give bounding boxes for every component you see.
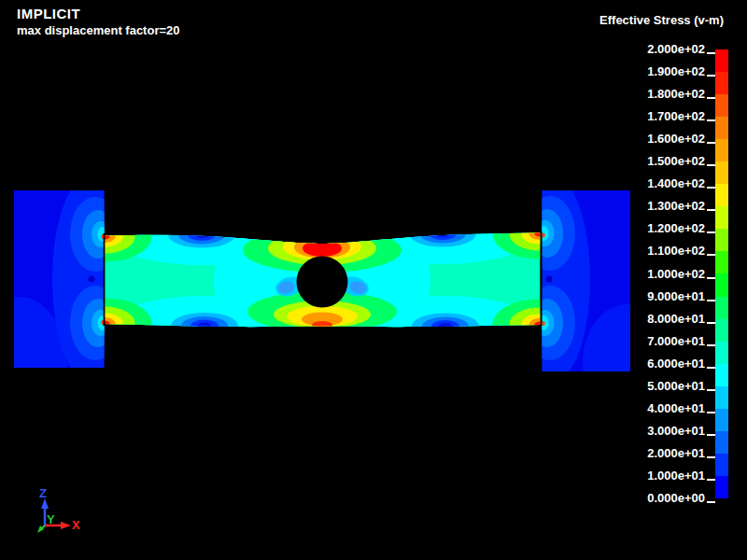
legend-value-label: 0.000e+00 — [647, 491, 705, 506]
legend-tick-mark — [707, 209, 715, 211]
fringe-color-segment — [715, 161, 728, 184]
axis-triad: Z X Y — [37, 486, 80, 533]
legend-tick-mark — [707, 389, 715, 391]
legend-tick-mark — [707, 367, 715, 369]
viewer-window: Z X Y IMPLICIT max displacement factor=2… — [0, 0, 747, 560]
legend-tick-mark — [707, 75, 715, 77]
legend-value-label: 1.800e+02 — [647, 87, 705, 102]
legend-value-label: 5.000e+01 — [647, 379, 705, 394]
x-axis-label: X — [72, 518, 80, 532]
x-axis-arrow — [61, 522, 71, 529]
legend-tick-mark — [707, 52, 715, 54]
legend-tick-mark — [707, 164, 715, 166]
legend-tick-mark — [707, 479, 715, 481]
legend-tick-mark — [707, 412, 715, 413]
analysis-title: IMPLICIT — [17, 6, 180, 21]
fringe-color-segment — [715, 251, 728, 273]
specimen-hole — [297, 257, 348, 308]
fringe-color-segment — [715, 386, 728, 409]
fringe-color-segment — [715, 476, 728, 498]
legend-tick-mark — [707, 300, 715, 301]
legend-value-label: 1.400e+02 — [647, 176, 705, 191]
legend-tick-mark — [707, 187, 715, 189]
legend-value-label: 7.000e+01 — [647, 334, 705, 349]
fringe-color-segment — [715, 431, 728, 454]
legend-value-label: 3.000e+01 — [647, 424, 705, 439]
legend-value-label: 1.300e+02 — [647, 199, 705, 214]
fringe-color-segment — [715, 364, 728, 386]
legend-value-label: 2.000e+01 — [647, 446, 705, 461]
viewport-3d[interactable]: Z X Y — [0, 0, 747, 560]
y-axis-label: Y — [47, 512, 55, 526]
legend-tick-mark — [707, 501, 715, 503]
legend-title: Effective Stress (v-m) — [599, 13, 724, 27]
legend-tick-mark — [707, 322, 715, 324]
legend-value-label: 9.000e+01 — [647, 289, 705, 304]
fringe-color-segment — [715, 342, 728, 364]
fringe-colorbar — [715, 49, 728, 498]
legend-value-label: 6.000e+01 — [647, 357, 705, 371]
legend-value-label: 1.600e+02 — [647, 132, 705, 147]
header: IMPLICIT max displacement factor=20 — [17, 6, 180, 37]
legend-value-label: 8.000e+01 — [647, 312, 705, 327]
legend-value-label: 1.700e+02 — [647, 109, 705, 124]
legend-tick-mark — [707, 254, 715, 256]
legend-tick-mark — [707, 456, 715, 458]
legend-value-label: 2.000e+02 — [647, 42, 705, 57]
legend-value-label: 1.000e+02 — [647, 267, 705, 282]
legend-value-label: 1.000e+01 — [647, 469, 705, 483]
fringe-color-segment — [715, 409, 728, 431]
fringe-color-segment — [715, 184, 728, 206]
legend-tick-mark — [707, 231, 715, 233]
legend-tick-mark — [707, 434, 715, 436]
legend-tick-mark — [707, 344, 715, 346]
legend-tick-mark — [707, 97, 715, 99]
fringe-color-segment — [715, 206, 728, 229]
legend-tick-mark — [707, 277, 715, 279]
legend-value-label: 1.200e+02 — [647, 221, 705, 236]
z-axis-label: Z — [39, 486, 47, 500]
fringe-color-segment — [715, 454, 728, 476]
fringe-color-segment — [715, 273, 728, 296]
right-contact-line — [541, 231, 543, 326]
fringe-color-segment — [715, 139, 728, 161]
legend-value-label: 4.000e+01 — [647, 401, 705, 416]
fringe-color-segment — [715, 94, 728, 117]
fringe-color-segment — [715, 72, 728, 94]
legend-value-label: 1.900e+02 — [647, 64, 705, 79]
fringe-color-segment — [715, 49, 728, 72]
legend-value-label: 1.500e+02 — [647, 154, 705, 169]
left-contact-line — [104, 233, 106, 326]
fringe-color-segment — [715, 117, 728, 139]
legend-tick-mark — [707, 119, 715, 121]
displacement-factor-note: max displacement factor=20 — [17, 23, 180, 37]
fringe-color-segment — [715, 297, 728, 319]
legend-value-label: 1.100e+02 — [647, 244, 705, 259]
fringe-color-segment — [715, 319, 728, 342]
legend-tick-mark — [707, 142, 715, 144]
fringe-color-segment — [715, 229, 728, 251]
